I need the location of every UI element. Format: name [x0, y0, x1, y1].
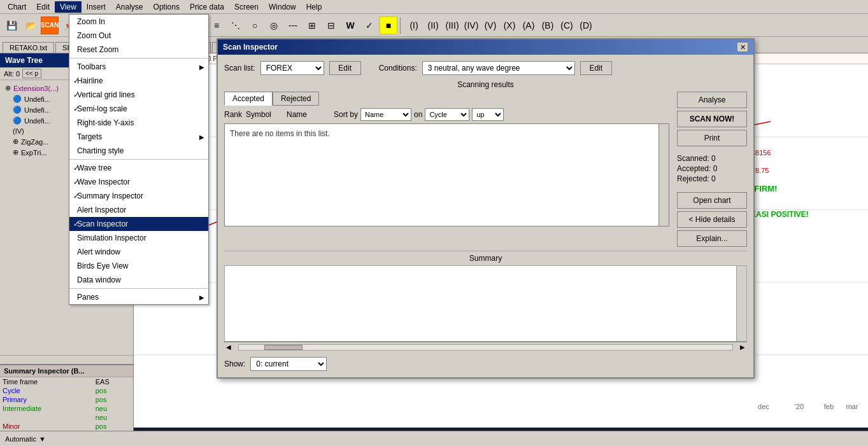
menu-semi-log[interactable]: Semi-log scale [69, 102, 208, 116]
toolbar-line2[interactable]: ≡ [208, 17, 225, 34]
summary-bottom-label: Summary [224, 251, 747, 263]
scroll-left-btn[interactable]: << p [22, 69, 41, 78]
toolbar-ia[interactable]: (A) [520, 17, 537, 34]
conditions-edit-btn[interactable]: Edit [580, 61, 612, 75]
tab-retako[interactable]: RETAKO.txt [3, 42, 54, 53]
tab-accepted[interactable]: Accepted [224, 92, 273, 106]
cycle-select[interactable]: Cycle [425, 108, 469, 121]
primary-label: Primary [0, 395, 93, 404]
menu-charting-style[interactable]: Charting style [69, 144, 208, 158]
menu-wave-inspector[interactable]: Wave Inspector [69, 175, 208, 189]
tab-rejected[interactable]: Rejected [273, 92, 319, 106]
menu-right-y[interactable]: Right-side Y-axis [69, 116, 208, 130]
toolbar-line3[interactable]: ⋱ [227, 17, 245, 34]
toolbar-open[interactable]: 📂 [22, 17, 39, 34]
rank-col-header: Rank [224, 110, 243, 119]
menu-scan-inspector[interactable]: Scan Inspector [69, 217, 208, 231]
toolbar-grid2[interactable]: ⊟ [322, 17, 340, 34]
menu-pricedata[interactable]: Price data [185, 1, 229, 13]
show-select[interactable]: 0: current [250, 357, 327, 371]
menu-alert-window[interactable]: Alert window [69, 245, 208, 259]
summary-header-row: Time frame EAS [0, 377, 133, 386]
automatic-label: Automatic [5, 435, 36, 443]
up-select[interactable]: up [472, 108, 504, 121]
automatic-selector[interactable]: Automatic ▼ [5, 435, 46, 443]
toolbar-ib[interactable]: (B) [539, 17, 557, 34]
toolbar-i2[interactable]: (II) [424, 17, 442, 34]
menu-view[interactable]: View [55, 1, 82, 13]
scan-now-btn[interactable]: SCAN NOW! [677, 111, 747, 127]
toolbar-i3[interactable]: (III) [443, 17, 461, 34]
print-btn[interactable]: Print [677, 130, 747, 146]
toolbar-ix[interactable]: (X) [501, 17, 518, 34]
analyse-btn[interactable]: Analyse [677, 92, 747, 108]
menu-birds-eye[interactable]: Birds Eye View [69, 259, 208, 273]
menu-screen[interactable]: Screen [229, 1, 264, 13]
menu-help[interactable]: Help [301, 1, 327, 13]
menu-insert[interactable]: Insert [82, 1, 111, 13]
toolbar-checkmark[interactable]: ✓ [360, 17, 378, 34]
scroll-track[interactable] [238, 344, 733, 351]
toolbar-i1[interactable]: (I) [405, 17, 423, 34]
conditions-select[interactable]: 3 neutral, any wave degree [422, 61, 575, 75]
menu-options[interactable]: Options [148, 1, 185, 13]
summary-inspector-header: Summary Inspector (B... [0, 365, 133, 377]
scroll-thumb[interactable] [264, 345, 302, 350]
menu-panes[interactable]: Panes [69, 290, 208, 304]
left-panel-hscroll[interactable] [0, 355, 133, 364]
menu-reset-zoom[interactable]: Reset Zoom [69, 43, 208, 57]
toolbar-scan[interactable]: SCAN [41, 17, 59, 34]
menu-hairline[interactable]: Hairline [69, 74, 208, 88]
menu-edit[interactable]: Edit [31, 1, 55, 13]
menu-wave-tree[interactable]: Wave tree [69, 161, 208, 175]
tree-zigzag-icon: ⊕ [13, 137, 18, 146]
name-col-header: Name [287, 110, 325, 119]
scanned-label: Scanned: [677, 154, 709, 163]
view-dropdown-menu: Zoom In Zoom Out Reset Zoom Toolbars Hai… [69, 14, 209, 305]
toolbar-i4[interactable]: (IV) [462, 17, 480, 34]
scan-list-select[interactable]: FOREX [260, 61, 324, 75]
right-buttons: Analyse SCAN NOW! Print Scanned: 0 Accep… [677, 92, 747, 247]
hide-details-btn[interactable]: < Hide details [677, 211, 747, 228]
scan-list-edit-btn[interactable]: Edit [329, 61, 361, 75]
svg-text:mar: mar [846, 403, 858, 410]
menu-summary-inspector[interactable]: Summary Inspector [69, 189, 208, 203]
toolbar-circle[interactable]: ○ [246, 17, 264, 34]
menu-zoom-in[interactable]: Zoom In [69, 15, 208, 29]
toolbar-dash[interactable]: --- [284, 17, 302, 34]
toolbar-grid[interactable]: ⊞ [303, 17, 321, 34]
menu-window[interactable]: Window [264, 1, 301, 13]
menu-toolbars[interactable]: Toolbars [69, 60, 208, 74]
explain-btn[interactable]: Explain... [677, 230, 747, 247]
scroll-left-arrow[interactable]: ◀ [224, 344, 233, 351]
tree-undef1-label: Undefi... [24, 95, 50, 103]
toolbar-sep3 [400, 17, 402, 34]
menu-simulation-inspector[interactable]: Simulation Inspector [69, 231, 208, 245]
dialog-close-btn[interactable]: ✕ [737, 42, 748, 52]
open-chart-btn[interactable]: Open chart [677, 192, 747, 209]
toolbar-i5[interactable]: (V) [481, 17, 499, 34]
rejected-stat: Rejected: 0 [677, 174, 747, 183]
summary-vscrollbar[interactable] [736, 266, 746, 341]
tree-item-label: Extension3(...) [13, 85, 59, 92]
scanned-value: 0 [711, 154, 716, 163]
menu-analyse[interactable]: Analyse [111, 1, 148, 13]
intermediate-label: Intermediate [0, 404, 93, 413]
toolbar-circle2[interactable]: ◎ [265, 17, 283, 34]
scroll-right-arrow[interactable]: ▶ [738, 344, 747, 351]
menu-alert-inspector[interactable]: Alert Inspector [69, 203, 208, 217]
menu-chart[interactable]: Chart [3, 1, 31, 13]
toolbar-id[interactable]: (D) [577, 17, 595, 34]
sort-by-select[interactable]: Name [360, 108, 411, 121]
toolbar-yellow[interactable]: ■ [380, 17, 397, 34]
toolbar-ic[interactable]: (C) [558, 17, 576, 34]
menu-vertical-grid[interactable]: Vertical grid lines [69, 88, 208, 102]
menu-zoom-out[interactable]: Zoom Out [69, 29, 208, 43]
results-scrollbar[interactable] [658, 124, 669, 226]
menu-targets[interactable]: Targets [69, 130, 208, 144]
toolbar-w[interactable]: W [341, 17, 359, 34]
tree-exptri-icon: ⊕ [13, 148, 18, 157]
toolbar-save[interactable]: 💾 [3, 17, 20, 34]
menu-data-window[interactable]: Data window [69, 273, 208, 287]
minor-value: pos [93, 422, 133, 431]
